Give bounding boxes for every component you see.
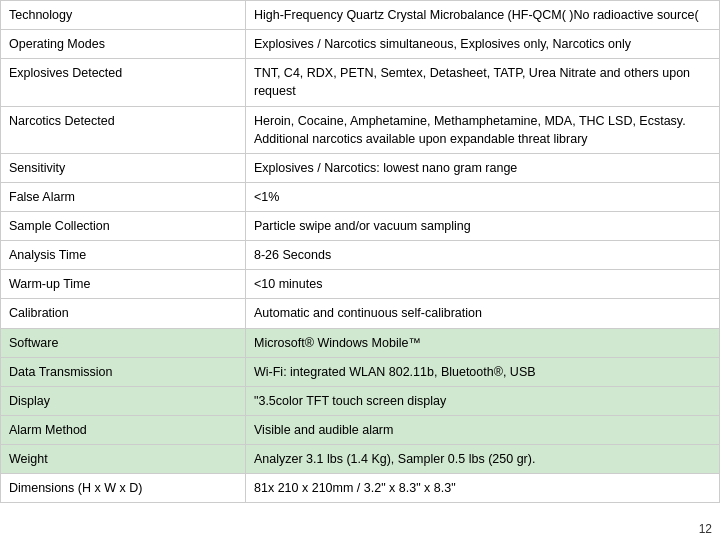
- row-value: <10 minutes: [246, 270, 720, 299]
- table-row: Dimensions (H x W x D) 81x 210 x 210mm /…: [1, 474, 720, 503]
- table-row: Analysis Time8-26 Seconds: [1, 241, 720, 270]
- table-row: Data TransmissionWi-Fi: integrated WLAN …: [1, 357, 720, 386]
- table-row: Narcotics DetectedHeroin, Cocaine, Amphe…: [1, 106, 720, 153]
- row-value: "3.5color TFT touch screen display: [246, 386, 720, 415]
- row-label: Display: [1, 386, 246, 415]
- specs-table: TechnologyHigh-Frequency Quartz Crystal …: [0, 0, 720, 503]
- row-label: Explosives Detected: [1, 59, 246, 106]
- row-value: Visible and audible alarm: [246, 415, 720, 444]
- row-label: Sensitivity: [1, 153, 246, 182]
- row-label: Narcotics Detected: [1, 106, 246, 153]
- row-value: <1%: [246, 182, 720, 211]
- table-row: Explosives DetectedTNT, C4, RDX, PETN, S…: [1, 59, 720, 106]
- row-value: Explosives / Narcotics: lowest nano gram…: [246, 153, 720, 182]
- row-value: TNT, C4, RDX, PETN, Semtex, Detasheet, T…: [246, 59, 720, 106]
- row-label: Data Transmission: [1, 357, 246, 386]
- table-row: Display "3.5color TFT touch screen displ…: [1, 386, 720, 415]
- row-label: Operating Modes: [1, 30, 246, 59]
- row-label: Sample Collection: [1, 212, 246, 241]
- row-value: Wi-Fi: integrated WLAN 802.11b, Bluetoot…: [246, 357, 720, 386]
- row-value: 81x 210 x 210mm / 3.2" x 8.3" x 8.3": [246, 474, 720, 503]
- page-wrapper: TechnologyHigh-Frequency Quartz Crystal …: [0, 0, 720, 540]
- row-label: Analysis Time: [1, 241, 246, 270]
- row-label: False Alarm: [1, 182, 246, 211]
- table-row: Alarm MethodVisible and audible alarm: [1, 415, 720, 444]
- row-label: Software: [1, 328, 246, 357]
- table-row: False Alarm<1%: [1, 182, 720, 211]
- row-value: Analyzer 3.1 lbs (1.4 Kg), Sampler 0.5 l…: [246, 445, 720, 474]
- table-row: SoftwareMicrosoft® Windows Mobile™: [1, 328, 720, 357]
- row-label: Warm-up Time: [1, 270, 246, 299]
- row-label: Calibration: [1, 299, 246, 328]
- page-number: 12: [699, 522, 712, 536]
- row-value: Particle swipe and/or vacuum sampling: [246, 212, 720, 241]
- row-value: Explosives / Narcotics simultaneous, Exp…: [246, 30, 720, 59]
- table-row: SensitivityExplosives / Narcotics: lowes…: [1, 153, 720, 182]
- row-value: High-Frequency Quartz Crystal Microbalan…: [246, 1, 720, 30]
- table-row: TechnologyHigh-Frequency Quartz Crystal …: [1, 1, 720, 30]
- table-row: Warm-up Time<10 minutes: [1, 270, 720, 299]
- table-row: Sample CollectionParticle swipe and/or v…: [1, 212, 720, 241]
- table-row: Operating ModesExplosives / Narcotics si…: [1, 30, 720, 59]
- row-label: Technology: [1, 1, 246, 30]
- row-value: Microsoft® Windows Mobile™: [246, 328, 720, 357]
- row-value: Heroin, Cocaine, Amphetamine, Methamphet…: [246, 106, 720, 153]
- row-label: Dimensions (H x W x D): [1, 474, 246, 503]
- table-row: CalibrationAutomatic and continuous self…: [1, 299, 720, 328]
- row-value: Automatic and continuous self-calibratio…: [246, 299, 720, 328]
- row-label: Weight: [1, 445, 246, 474]
- row-value: 8-26 Seconds: [246, 241, 720, 270]
- table-row: WeightAnalyzer 3.1 lbs (1.4 Kg), Sampler…: [1, 445, 720, 474]
- row-label: Alarm Method: [1, 415, 246, 444]
